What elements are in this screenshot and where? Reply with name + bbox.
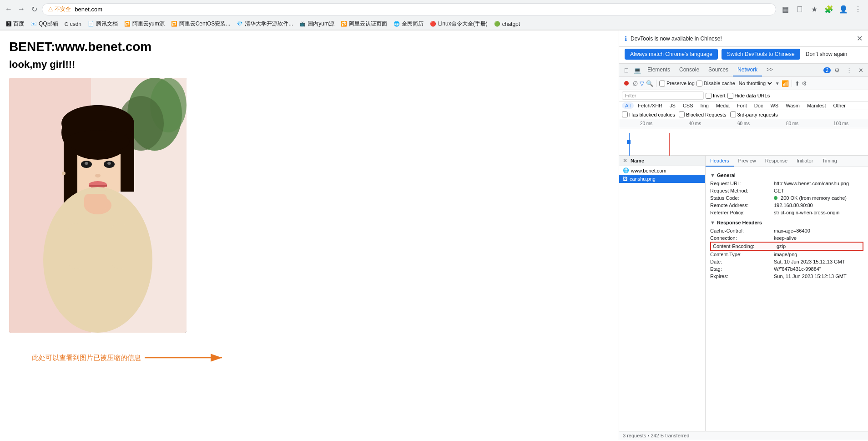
devtools-more-icon[interactable]: ⋮ (843, 65, 854, 76)
filter-button[interactable]: ▽ (640, 80, 644, 87)
close-details-button[interactable]: ✕ (623, 157, 627, 164)
dont-show-button[interactable]: Don't show again (804, 49, 849, 60)
invert-checkbox[interactable]: Invert (706, 93, 726, 99)
content-type-val: image/png (774, 252, 797, 257)
preserve-log-input[interactable] (659, 81, 665, 86)
devtools-inspect-icon[interactable]: ⎕ (621, 65, 632, 76)
bookmark-resume[interactable]: 🌐 全民简历 (391, 19, 426, 29)
third-party-checkbox[interactable]: 3rd-party requests (730, 112, 778, 117)
bookmark-tsinghua[interactable]: 💎 清华大学开源软件... (234, 19, 296, 29)
match-language-button[interactable]: Always match Chrome's language (625, 49, 718, 60)
profile-button[interactable]: 👤 (837, 3, 850, 15)
www-icon: 🌐 (623, 167, 629, 173)
tab-sources[interactable]: Sources (704, 64, 733, 76)
filter-other[interactable]: Other (830, 102, 849, 109)
bookmark-qqmail[interactable]: 📧 QQ邮箱 (28, 19, 61, 29)
details-tab-preview[interactable]: Preview (734, 156, 761, 167)
refresh-button[interactable]: ↻ (29, 4, 39, 14)
general-toggle-icon[interactable]: ▼ (710, 172, 715, 178)
network-row-benet[interactable]: 🌐 www.benet.com (619, 166, 705, 175)
filter-ws[interactable]: WS (767, 102, 782, 109)
tab-elements[interactable]: Elements (643, 64, 675, 76)
content-encoding-row: Content-Encoding: gzip (710, 242, 863, 251)
timeline-chart (619, 128, 868, 156)
record-button[interactable] (622, 79, 631, 88)
img-icon: 🖼 (623, 176, 628, 182)
blocked-requests-input[interactable] (679, 112, 685, 117)
bookmark-tencent[interactable]: 📄 腾讯文档 (85, 19, 121, 29)
disable-cache-checkbox[interactable]: Disable cache (696, 81, 735, 86)
expires-key: Expires: (710, 274, 774, 279)
notification-close-button[interactable]: ✕ (857, 34, 863, 43)
menu-button[interactable]: ⋮ (852, 3, 864, 15)
filter-input[interactable] (622, 91, 704, 100)
throttle-select[interactable]: No throttling (737, 80, 773, 86)
extension-button[interactable]: 🧩 (823, 3, 835, 15)
screenshot-button[interactable]: ⎕ (793, 3, 806, 15)
details-tab-initiator[interactable]: Initiator (792, 156, 818, 167)
third-party-input[interactable] (730, 112, 736, 117)
filter-fetch[interactable]: Fetch/XHR (635, 102, 666, 109)
timeline-label-60ms: 60 ms (719, 121, 768, 126)
blocked-requests-checkbox[interactable]: Blocked Requests (679, 112, 727, 117)
annotation: 此处可以查看到图片已被压缩的信息 (32, 349, 227, 367)
cache-control-val: max-age=86400 (774, 228, 810, 233)
clear-button[interactable]: ∅ (633, 80, 638, 87)
network-settings-button[interactable]: ⚙ (802, 80, 807, 87)
devtools-tabs: ⎕ 💻 Elements Console Sources Network >> … (619, 64, 868, 77)
details-tab-headers[interactable]: Headers (706, 156, 734, 167)
blocked-cookies-checkbox[interactable]: Has blocked cookies (622, 112, 675, 117)
expires-row: Expires: Sun, 11 Jun 2023 15:12:13 GMT (710, 273, 863, 280)
search-button[interactable]: 🔍 (646, 80, 653, 87)
bookmark-yum[interactable]: 📺 国内yum源 (297, 19, 337, 29)
filter-font[interactable]: Font (734, 102, 750, 109)
devtools-settings-icon[interactable]: ⚙ (832, 65, 843, 76)
import-button[interactable]: ⬆ (795, 80, 800, 87)
content-type-key: Content-Type: (710, 252, 774, 257)
invert-input[interactable] (706, 93, 712, 99)
filter-css[interactable]: CSS (680, 102, 696, 109)
hide-data-urls-input[interactable] (727, 93, 733, 99)
notification-text: DevTools is now available in Chinese! (631, 35, 853, 42)
filter-js[interactable]: JS (666, 102, 679, 109)
filter-wasm[interactable]: Wasm (782, 102, 803, 109)
back-button[interactable]: ← (4, 4, 14, 14)
tab-network[interactable]: Network (733, 64, 762, 76)
disable-cache-input[interactable] (696, 81, 702, 86)
details-tab-response[interactable]: Response (761, 156, 792, 167)
filter-all[interactable]: All (622, 102, 634, 109)
bookmark-aliauth[interactable]: 🔁 阿里云认证页面 (338, 19, 390, 29)
bookmark-button[interactable]: ★ (808, 3, 821, 15)
remote-address-key: Remote Address: (710, 203, 774, 208)
address-bar[interactable]: △ 不安全 benet.com (42, 3, 776, 15)
bookmark-linux[interactable]: 🔴 Linux命令大全(手册) (427, 19, 490, 29)
more-filter-row: Has blocked cookies Blocked Requests 3rd… (619, 110, 868, 119)
filter-img[interactable]: Img (697, 102, 712, 109)
tab-console[interactable]: Console (675, 64, 704, 76)
filter-manifest[interactable]: Manifest (804, 102, 829, 109)
switch-devtools-button[interactable]: Switch DevTools to Chinese (722, 49, 800, 60)
blocked-cookies-input[interactable] (622, 112, 628, 117)
bookmark-qqmail-icon: 📧 (30, 21, 37, 27)
network-row-canshu[interactable]: 🖼 canshu.png (619, 175, 705, 183)
bookmark-csdn[interactable]: C csdn (62, 20, 84, 28)
bookmark-chatgpt[interactable]: 🟢 chatgpt (491, 20, 523, 28)
details-tab-timing[interactable]: Timing (818, 156, 842, 167)
network-split: ✕ Name 🌐 www.benet.com 🖼 canshu.png Head… (619, 156, 868, 431)
preserve-log-checkbox[interactable]: Preserve log (659, 81, 695, 86)
filter-media[interactable]: Media (713, 102, 733, 109)
response-headers-toggle-icon[interactable]: ▼ (710, 220, 715, 225)
bookmark-aliyum[interactable]: 🔁 阿里云yum源 (121, 19, 167, 29)
bookmark-baidu[interactable]: 🅱 百度 (4, 19, 27, 29)
cast-button[interactable]: ▦ (779, 3, 792, 15)
filter-doc[interactable]: Doc (751, 102, 767, 109)
hide-data-urls-checkbox[interactable]: Hide data URLs (727, 93, 770, 99)
remote-address-row: Remote Address: 192.168.80.90:80 (710, 202, 863, 209)
devtools-device-icon[interactable]: 💻 (632, 65, 643, 76)
devtools-close-icon[interactable]: ✕ (855, 65, 866, 76)
tab-more[interactable]: >> (762, 64, 777, 76)
svg-point-10 (66, 130, 130, 153)
network-toolbar: ∅ ▽ 🔍 Preserve log Disable cache No thro… (619, 77, 868, 90)
bookmark-aliyuncentos[interactable]: 🔁 阿里云CentOS安装... (168, 19, 233, 29)
forward-button[interactable]: → (16, 4, 26, 14)
